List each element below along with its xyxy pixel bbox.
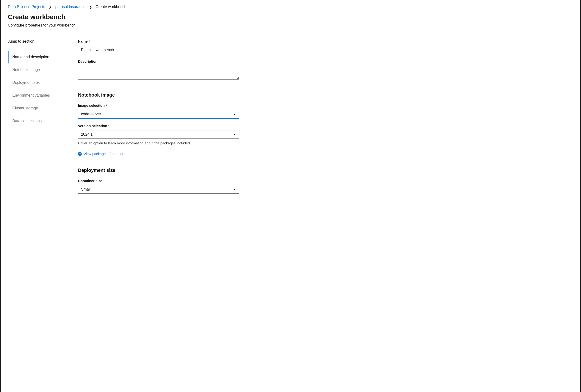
container-size-dropdown[interactable]: Small <box>78 185 239 194</box>
jump-item-name-description[interactable]: Name and description <box>8 51 68 63</box>
image-selection-label-text: Image selection <box>78 103 105 107</box>
container-size-label: Container size <box>78 179 239 183</box>
page-subtitle: Configure properties for your workbench. <box>8 23 573 27</box>
version-selection-label: Version selection* <box>78 124 239 128</box>
jump-item-deployment-size[interactable]: Deployment size <box>8 76 68 89</box>
description-textarea[interactable] <box>78 66 239 80</box>
chevron-right-icon: ❯ <box>49 5 52 9</box>
image-selection-dropdown[interactable]: code-server <box>78 110 239 119</box>
jump-item-notebook-image[interactable]: Notebook image <box>8 63 68 76</box>
required-indicator: * <box>106 103 107 107</box>
form-area: Name* Description Notebook image Image s… <box>78 39 239 199</box>
name-input[interactable] <box>78 46 239 54</box>
breadcrumb: Data Science Projects ❯ parasol-insuranc… <box>8 5 573 9</box>
breadcrumb-root-link[interactable]: Data Science Projects <box>8 5 45 9</box>
deployment-size-heading: Deployment size <box>78 168 239 173</box>
version-selection-label-text: Version selection <box>78 124 107 128</box>
description-label: Description <box>78 59 239 63</box>
required-indicator: * <box>108 124 110 128</box>
version-selection-dropdown[interactable]: 2024.1 <box>78 130 239 139</box>
notebook-image-heading: Notebook image <box>78 92 239 98</box>
image-selection-label: Image selection* <box>78 103 239 107</box>
help-icon: ? <box>78 152 82 156</box>
jump-item-data-connections[interactable]: Data connections <box>8 115 68 127</box>
version-help-text: Hover an option to learn more informatio… <box>78 141 239 145</box>
breadcrumb-project-link[interactable]: parasol-insurance <box>55 5 85 9</box>
name-label-text: Name <box>78 39 88 43</box>
jump-item-cluster-storage[interactable]: Cluster storage <box>8 102 68 115</box>
jump-sidebar: Jump to section Name and description Not… <box>8 39 68 199</box>
jump-item-environment-variables[interactable]: Environment variables <box>8 89 68 102</box>
name-label: Name* <box>78 39 239 43</box>
jump-list: Name and description Notebook image Depl… <box>8 51 68 127</box>
view-package-link-text: View package information <box>84 152 124 156</box>
required-indicator: * <box>88 39 90 43</box>
page-title: Create workbench <box>8 13 573 21</box>
view-package-info-link[interactable]: ? View package information <box>78 152 124 156</box>
jump-heading: Jump to section <box>8 39 68 43</box>
breadcrumb-current: Create workbench <box>96 5 126 9</box>
chevron-right-icon: ❯ <box>89 5 92 9</box>
